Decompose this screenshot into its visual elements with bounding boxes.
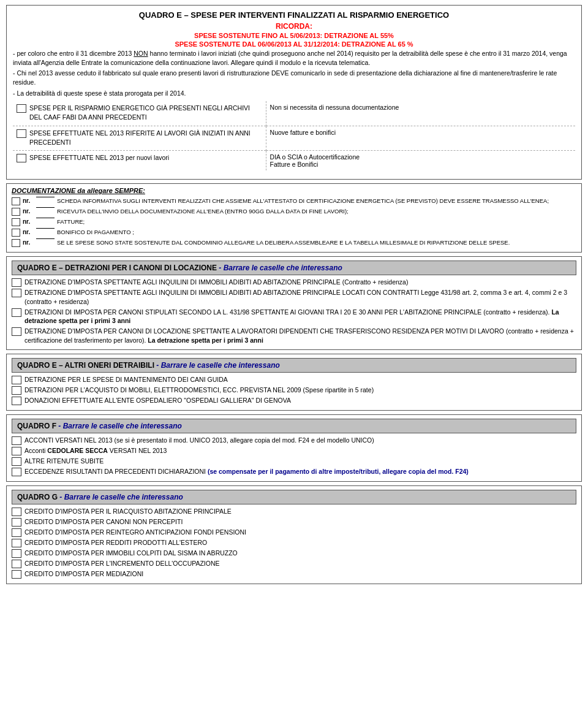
spese-row-2-left: SPESE EFFETTUATE NEL 2013 RIFERITE AI LA…: [13, 126, 266, 150]
nr-label-2: nr.: [23, 207, 35, 216]
quadro-g-text-1: CREDITO D'IMPOSTA PER IL RIACQUISTO ABIT…: [24, 507, 576, 516]
canoni-item-3: DETRAZIONI DI IMPOSTA PER CANONI STIPULA…: [12, 308, 576, 325]
spese-row-1-left: SPESE PER IL RISPARMIO ENERGETICO GIÀ PR…: [13, 101, 266, 126]
spese-row-1: SPESE PER IL RISPARMIO ENERGETICO GIÀ PR…: [13, 101, 575, 126]
canoni-section: QUADRO E – DETRAZIONI PER I CANONI DI LO…: [6, 256, 582, 350]
quadro-g-header-blue: - Barrare le caselle che interessano: [59, 493, 183, 501]
quadro-g-checkbox-6[interactable]: [12, 560, 21, 568]
nr-text-1: SCHEDA INFORMATIVA SUGLI INTERVENTI REAL…: [57, 197, 576, 205]
quadro-f-item-4: ECCEDENZE RISULTANTI DA PRECEDENTI DICHI…: [12, 467, 576, 476]
quadro-f-item-2: Acconti CEDOLARE SECCA VERSATI NEL 2013: [12, 446, 576, 455]
quadro-f-checkbox-2[interactable]: [12, 447, 21, 455]
canoni-header-blue: - Barrare le caselle che interessano: [219, 264, 342, 272]
quadro-f-checkbox-4[interactable]: [12, 468, 21, 476]
canoni-text-2: DETRAZIONE D'IMPOSTA SPETTANTE AGLI INQU…: [24, 288, 576, 306]
quadro-f-item-3: ALTRE RITENUTE SUBITE: [12, 457, 576, 466]
checkbox-icon-3[interactable]: [17, 154, 26, 162]
checkbox-row: SPESE PER IL RISPARMIO ENERGETICO GIÀ PR…: [17, 104, 262, 121]
nr-text-2: RICEVUTA DELL'INVIO DELLA DOCUMENTAZIONE…: [57, 207, 576, 215]
canoni-header-black: QUADRO E – DETRAZIONI PER I CANONI DI LO…: [17, 264, 217, 272]
altri-text-2: DETRAZIONI PER L'ACQUISTO DI MOBILI, ELE…: [24, 386, 576, 395]
quadro-f-header-black: QUADRO F: [17, 422, 56, 430]
nr-text-4: BONIFICO DI PAGAMENTO ;: [57, 228, 576, 236]
canoni-item-1: DETRAZIONE D'IMPOSTA SPETTANTE AGLI INQU…: [12, 278, 576, 287]
quadro-f-text-1: ACCONTI VERSATI NEL 2013 (se si è presen…: [24, 436, 576, 445]
nr-checkbox-4[interactable]: [12, 229, 20, 237]
quadro-f-bold-4: (se compensate per il pagamento di altre…: [208, 468, 469, 475]
canoni-text-1: DETRAZIONE D'IMPOSTA SPETTANTE AGLI INQU…: [24, 278, 576, 287]
nr-blank-5: [36, 238, 55, 239]
quadro-g-checkbox-5[interactable]: [12, 549, 21, 558]
quadro-f-section: QUADRO F - Barrare le caselle che intere…: [6, 414, 582, 482]
spese-row-3-left-text: SPESE EFFETTUATE NEL 2013 per nuovi lavo…: [29, 153, 262, 162]
canoni-checkbox-2[interactable]: [12, 289, 21, 297]
quadro-g-item-1: CREDITO D'IMPOSTA PER IL RIACQUISTO ABIT…: [12, 507, 576, 516]
quadro-g-text-6: CREDITO D'IMPOSTA PER L'INCREMENTO DELL'…: [24, 559, 576, 568]
checkbox-row-2: SPESE EFFETTUATE NEL 2013 RIFERITE AI LA…: [17, 129, 262, 146]
quadro-f-checkbox-1[interactable]: [12, 436, 21, 445]
top-section: QUADRO E – SPESE PER INTERVENTI FINALIZZ…: [6, 5, 582, 180]
doc-title-em: DOCUMENTAZIONE da allegare SEMPRE:: [12, 187, 145, 194]
quadro-g-item-6: CREDITO D'IMPOSTA PER L'INCREMENTO DELL'…: [12, 559, 576, 568]
spese-row-2-left-text: SPESE EFFETTUATE NEL 2013 RIFERITE AI LA…: [29, 129, 262, 146]
doc-title-underline: DOCUMENTAZIONE da allegare SEMPRE:: [12, 187, 145, 194]
nr-checkbox-3[interactable]: [12, 218, 20, 226]
top-title: QUADRO E – SPESE PER INTERVENTI FINALIZZ…: [13, 10, 575, 20]
nr-row-1: nr. SCHEDA INFORMATIVA SUGLI INTERVENTI …: [12, 197, 576, 205]
quadro-g-text-5: CREDITO D'IMPOSTA PER IMMOBILI COLPITI D…: [24, 549, 576, 558]
nr-text-3: FATTURE;: [57, 218, 576, 226]
quadro-f-header: QUADRO F - Barrare le caselle che intere…: [12, 419, 576, 433]
altri-item-2: DETRAZIONI PER L'ACQUISTO DI MOBILI, ELE…: [12, 386, 576, 395]
checkbox-row-3: SPESE EFFETTUATE NEL 2013 per nuovi lavo…: [17, 153, 262, 162]
canoni-checkbox-3[interactable]: [12, 308, 21, 317]
altri-checkbox-1[interactable]: [12, 376, 21, 384]
checkbox-icon-2[interactable]: [17, 129, 26, 138]
doc-title: DOCUMENTAZIONE da allegare SEMPRE:: [12, 187, 576, 194]
altri-oneri-section: QUADRO E – ALTRI ONERI DETRAIBILI - Barr…: [6, 354, 582, 411]
quadro-g-checkbox-3[interactable]: [12, 528, 21, 537]
quadro-g-checkbox-2[interactable]: [12, 518, 21, 527]
canoni-checkbox-4[interactable]: [12, 327, 21, 336]
quadro-g-text-7: CREDITO D'IMPOSTA PER MEDIAZIONI: [24, 569, 576, 579]
spese-row-1-left-text: SPESE PER IL RISPARMIO ENERGETICO GIÀ PR…: [29, 104, 262, 121]
nr-checkbox-1[interactable]: [12, 197, 20, 205]
spese-row-3-left: SPESE EFFETTUATE NEL 2013 per nuovi lavo…: [13, 151, 266, 171]
spese-row-3: SPESE EFFETTUATE NEL 2013 per nuovi lavo…: [13, 151, 575, 171]
nr-blank-1: [36, 197, 55, 197]
altri-text-3: DONAZIONI EFFETTUATE ALL'ENTE OSPEDALIER…: [24, 396, 576, 405]
doc-section: DOCUMENTAZIONE da allegare SEMPRE: nr. S…: [6, 183, 582, 253]
ricorda-line1: SPESE SOSTENUTE FINO AL 5/06/2013: DETRA…: [13, 32, 575, 39]
altri-text-1: DETRAZIONE PER LE SPESE DI MANTENIMENTO …: [24, 375, 576, 384]
page: QUADRO E – SPESE PER INTERVENTI FINALIZZ…: [0, 0, 588, 593]
nr-blank-3: [36, 218, 55, 218]
quadro-g-checkbox-7[interactable]: [12, 570, 21, 579]
quadro-g-section: QUADRO G - Barrare le caselle che intere…: [6, 485, 582, 584]
altri-oneri-header-blue: - Barrare le caselle che interessano: [156, 361, 279, 370]
nr-label-4: nr.: [23, 228, 35, 237]
altri-checkbox-2[interactable]: [12, 386, 21, 395]
quadro-g-item-4: CREDITO D'IMPOSTA PER REDDITI PRODOTTI A…: [12, 538, 576, 547]
altri-item-3: DONAZIONI EFFETTUATE ALL'ENTE OSPEDALIER…: [12, 396, 576, 405]
canoni-checkbox-1[interactable]: [12, 278, 21, 287]
canoni-item-4: DETRAZIONE D'IMPOSTA PER CANONI DI LOCAZ…: [12, 327, 576, 344]
ricorda-label: RICORDA:: [13, 22, 575, 31]
nr-checkbox-2[interactable]: [12, 208, 20, 216]
altri-checkbox-3[interactable]: [12, 397, 21, 405]
spese-row-3-right: DIA o SCIA o AutocertificazioneFatture e…: [266, 151, 575, 171]
quadro-f-checkbox-3[interactable]: [12, 457, 21, 466]
nr-row-5: nr. SE LE SPESE SONO STATE SOSTENUTE DAL…: [12, 238, 576, 247]
nr-row-3: nr. FATTURE;: [12, 218, 576, 226]
quadro-g-header-black: QUADRO G: [17, 493, 58, 501]
body-text-2: - Chi nel 2013 avesse ceduto il fabbrica…: [13, 69, 575, 86]
canoni-text-4-bold: La detrazione spetta per i primi 3 anni: [148, 337, 263, 344]
quadro-f-text-3: ALTRE RITENUTE SUBITE: [24, 457, 576, 466]
checkbox-icon[interactable]: [17, 104, 26, 113]
nr-row-4: nr. BONIFICO DI PAGAMENTO ;: [12, 228, 576, 237]
quadro-g-checkbox-1[interactable]: [12, 508, 21, 516]
quadro-g-checkbox-4[interactable]: [12, 539, 21, 547]
nr-label-3: nr.: [23, 218, 35, 226]
ricorda-line2: SPESE SOSTENUTE DAL 06/06/2013 AL 31/12/…: [13, 40, 575, 48]
spese-row-2-right: Nuove fatture e bonifici: [266, 126, 575, 150]
nr-checkbox-5[interactable]: [12, 239, 20, 247]
quadro-g-text-2: CREDITO D'IMPOSTA PER CANONI NON PERCEPI…: [24, 517, 576, 527]
